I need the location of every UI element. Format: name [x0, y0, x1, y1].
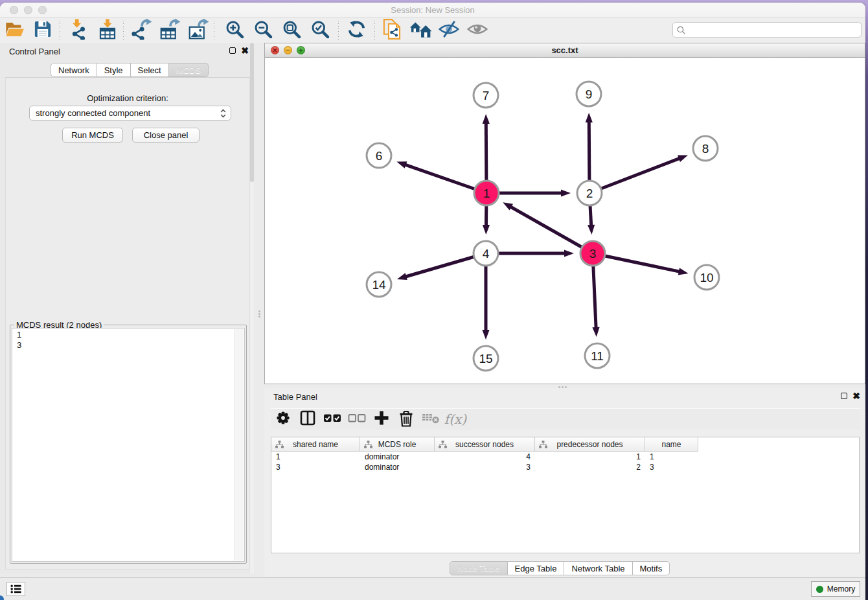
table-cell[interactable]: 3	[645, 463, 698, 472]
tab-network[interactable]: Network	[51, 63, 97, 77]
graph-node-label-2: 2	[586, 187, 593, 200]
edge-3-1[interactable]	[510, 207, 593, 253]
memory-button[interactable]: Memory	[811, 581, 860, 597]
select-all-checkboxes-button[interactable]	[320, 409, 345, 430]
save-session-button[interactable]	[29, 19, 57, 41]
table-tab-motifs[interactable]: Motifs	[633, 561, 670, 575]
close-panel-icon[interactable]: ✖	[241, 47, 249, 54]
scrollbar-thumb[interactable]	[250, 43, 254, 182]
split-columns-button[interactable]	[295, 409, 320, 430]
column-header-mcds-role[interactable]: MCDS role	[360, 437, 435, 452]
float-panel-icon[interactable]	[229, 47, 236, 54]
zoom-selected-button[interactable]	[306, 19, 334, 41]
table-float-icon[interactable]	[841, 393, 847, 399]
zoom-fit-button[interactable]	[277, 19, 306, 41]
zoom-out-icon	[255, 21, 271, 40]
task-history-button[interactable]	[6, 582, 25, 596]
zoom-in-button[interactable]	[220, 19, 249, 41]
hide-selected-button[interactable]	[435, 19, 463, 41]
column-type-icon	[439, 441, 447, 450]
new-network-from-selection-button[interactable]	[378, 19, 406, 41]
edge-2-8[interactable]	[589, 158, 680, 193]
table-panel-title: Table Panel	[273, 392, 317, 402]
delete-column-button[interactable]	[394, 409, 418, 430]
table-tab-edge-table[interactable]: Edge Table	[508, 561, 565, 575]
clear-checkboxes-button[interactable]	[345, 409, 369, 430]
main-area: Control Panel ✖ NetworkStyleSelectMCDS O…	[0, 43, 865, 577]
splitter-dot	[258, 310, 260, 312]
function-builder-button[interactable]: f(x)	[443, 409, 468, 430]
export-table-button[interactable]	[155, 19, 184, 41]
edge-3-10[interactable]	[593, 253, 680, 271]
mcds-result-item[interactable]: 1	[17, 330, 244, 340]
delete-table-icon	[422, 411, 440, 428]
column-header-name[interactable]: name	[645, 437, 698, 452]
mcds-result-item[interactable]: 3	[17, 340, 244, 351]
status-bar: Memory	[0, 577, 865, 600]
toolbar-separator	[60, 21, 60, 40]
memory-label: Memory	[827, 584, 855, 594]
column-header-predecessor-nodes[interactable]: predecessor nodes	[535, 437, 645, 452]
tab-mcds[interactable]: MCDS	[169, 63, 209, 77]
table-cell[interactable]: 1	[271, 452, 360, 461]
open-session-button[interactable]	[0, 19, 29, 41]
show-all-button[interactable]	[463, 19, 492, 41]
settings-button[interactable]	[271, 409, 295, 430]
table-panel-window-buttons: ✖	[841, 393, 860, 399]
table-cell[interactable]: 2	[535, 463, 645, 472]
title-bar: Session: New Session	[0, 3, 865, 18]
import-table-button[interactable]	[93, 19, 122, 41]
table-cell[interactable]: 1	[645, 452, 698, 461]
export-network-button[interactable]	[127, 19, 155, 41]
export-image-button[interactable]	[184, 19, 212, 41]
control-panel-title: Control Panel	[9, 47, 60, 56]
hide-selected-icon	[439, 21, 459, 40]
first-neighbors-button[interactable]	[406, 19, 435, 41]
export-network-icon	[132, 19, 151, 41]
tab-select[interactable]: Select	[131, 63, 169, 77]
header-filler	[698, 437, 859, 452]
table-cell[interactable]: dominator	[360, 463, 435, 472]
edge-arrow-2-3	[588, 225, 595, 235]
table-body: 1dominator4113dominator323	[271, 452, 859, 472]
edge-arrow-1-4	[483, 225, 490, 235]
network-canvas[interactable]: 7968124314101511	[265, 58, 865, 384]
control-panel-scrollbar[interactable]	[250, 43, 254, 573]
table-tab-network-table[interactable]: Network Table	[564, 561, 632, 575]
table-tab-node-table[interactable]: Node Table	[450, 561, 508, 575]
table-cell[interactable]: 4	[435, 452, 535, 461]
add-column-button[interactable]	[369, 409, 394, 430]
import-network-button[interactable]	[65, 19, 93, 41]
run-mcds-button[interactable]: Run MCDS	[62, 128, 123, 143]
table-close-icon[interactable]: ✖	[852, 393, 860, 399]
export-table-icon	[161, 19, 179, 41]
apply-layout-button[interactable]	[342, 19, 371, 41]
column-header-successor-nodes[interactable]: successor nodes	[435, 437, 535, 452]
network-window-title: scc.txt	[265, 45, 865, 55]
tab-style[interactable]: Style	[97, 63, 131, 77]
criterion-select[interactable]: strongly connected component	[29, 106, 231, 121]
graph-node-label-6: 6	[376, 149, 383, 163]
show-all-icon	[468, 21, 487, 40]
column-label: successor nodes	[455, 440, 514, 449]
table-row[interactable]: 1dominator411	[271, 452, 859, 462]
network-window-titlebar[interactable]: scc.txt	[265, 43, 865, 58]
delete-table-button[interactable]	[418, 409, 443, 430]
toolbar-separator	[338, 21, 339, 40]
mcds-result-list[interactable]: 13	[12, 328, 245, 562]
table-cell[interactable]: 3	[435, 463, 535, 472]
table-cell[interactable]: 1	[535, 452, 645, 461]
close-panel-button[interactable]: Close panel	[132, 128, 200, 143]
vertical-splitter-handle[interactable]	[257, 310, 262, 316]
table-cell[interactable]: 3	[271, 463, 360, 472]
table-row[interactable]: 3dominator323	[271, 462, 859, 472]
zoom-out-button[interactable]	[249, 19, 277, 41]
table-header-row: shared nameMCDS rolesuccessor nodesprede…	[271, 437, 859, 452]
table-cell[interactable]: dominator	[360, 452, 435, 461]
search-field[interactable]	[672, 22, 862, 38]
column-header-shared-name[interactable]: shared name	[271, 437, 360, 452]
search-input[interactable]	[685, 25, 861, 34]
edge-arrow-1-2	[561, 189, 571, 196]
result-scrollbar[interactable]	[234, 329, 244, 560]
column-type-icon	[364, 441, 372, 450]
